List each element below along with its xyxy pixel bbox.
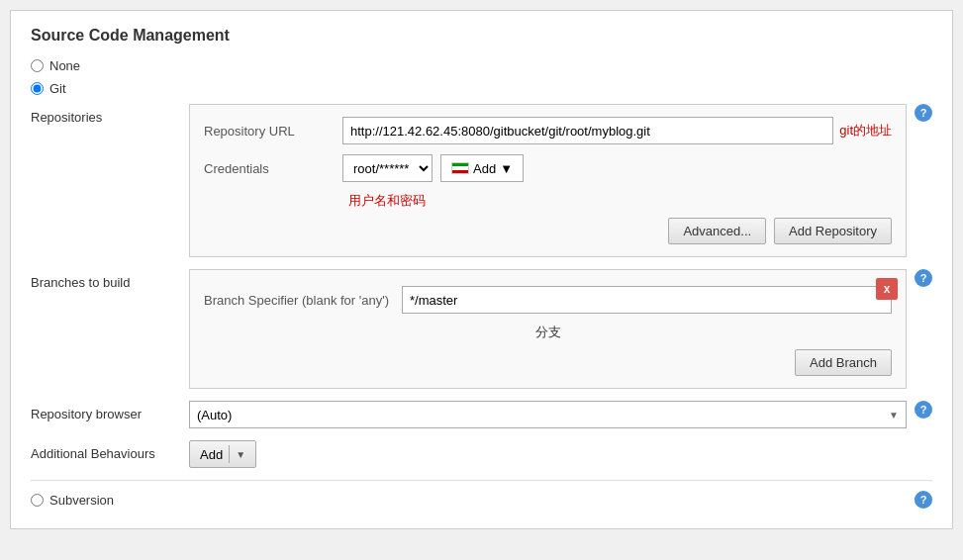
- none-radio-row: None: [31, 58, 932, 73]
- subversion-row: Subversion ?: [31, 491, 932, 509]
- add-branch-button[interactable]: Add Branch: [795, 349, 892, 376]
- repo-url-label: Repository URL: [204, 124, 342, 139]
- section-divider: [31, 480, 932, 481]
- none-radio[interactable]: [31, 59, 44, 72]
- behaviours-label: Additional Behaviours: [31, 440, 189, 468]
- git-radio[interactable]: [31, 82, 44, 95]
- page-title: Source Code Management: [31, 27, 932, 45]
- subversion-label[interactable]: Subversion: [49, 493, 114, 508]
- credentials-note: 用户名和密码: [348, 192, 426, 210]
- branches-label: Branches to build: [31, 269, 189, 389]
- repo-browser-section: Repository browser (Auto) githubweb gito…: [31, 401, 932, 428]
- repositories-content: Repository URL git的地址 Credentials root/*…: [189, 104, 907, 257]
- branches-help-icon[interactable]: ?: [915, 269, 932, 287]
- subversion-help-icon[interactable]: ?: [915, 491, 932, 509]
- repositories-label: Repositories: [31, 104, 189, 257]
- repositories-section: Repositories Repository URL git的地址 Crede…: [31, 104, 932, 257]
- repositories-help-icon[interactable]: ?: [915, 104, 932, 122]
- delete-branch-button[interactable]: x: [876, 278, 898, 300]
- credentials-note-row: 用户名和密码: [204, 192, 892, 210]
- add-credentials-button[interactable]: Add ▼: [440, 154, 524, 182]
- branch-specifier-input[interactable]: [402, 286, 892, 314]
- subversion-radio[interactable]: [31, 494, 44, 507]
- branch-note: 分支: [204, 324, 892, 341]
- branches-section: Branches to build x Branch Specifier (bl…: [31, 269, 932, 389]
- behaviours-section: Additional Behaviours Add ▼: [31, 440, 932, 468]
- branches-btn-row: Add Branch: [204, 349, 892, 376]
- repo-browser-select[interactable]: (Auto) githubweb gitoriousweb gitweb red…: [189, 401, 907, 428]
- repo-url-input[interactable]: [342, 117, 833, 144]
- add-behaviours-button[interactable]: Add ▼: [189, 440, 256, 468]
- git-label[interactable]: Git: [49, 81, 66, 96]
- add-cred-dropdown: ▼: [500, 161, 513, 176]
- credentials-row: Credentials root/****** Add ▼: [204, 154, 892, 182]
- repositories-btn-row: Advanced... Add Repository: [204, 218, 892, 244]
- none-label[interactable]: None: [49, 58, 80, 73]
- repo-browser-help-icon[interactable]: ?: [915, 401, 932, 419]
- flag-icon: [451, 162, 469, 174]
- git-radio-row: Git: [31, 81, 932, 96]
- repo-url-note: git的地址: [839, 122, 892, 140]
- repo-browser-label: Repository browser: [31, 401, 189, 428]
- advanced-button[interactable]: Advanced...: [668, 218, 766, 244]
- repo-url-row: Repository URL git的地址: [204, 117, 892, 144]
- add-cred-label: Add: [473, 161, 496, 176]
- add-repository-button[interactable]: Add Repository: [774, 218, 892, 244]
- add-behaviours-dropdown-icon: ▼: [236, 449, 245, 460]
- branch-specifier-row: Branch Specifier (blank for 'any'): [204, 286, 892, 314]
- credentials-select[interactable]: root/******: [342, 154, 433, 182]
- branch-specifier-label: Branch Specifier (blank for 'any'): [204, 293, 402, 308]
- branches-content: x Branch Specifier (blank for 'any') 分支 …: [189, 269, 907, 389]
- add-behaviours-label: Add: [200, 447, 223, 462]
- credentials-label: Credentials: [204, 161, 342, 176]
- divider: [229, 445, 230, 463]
